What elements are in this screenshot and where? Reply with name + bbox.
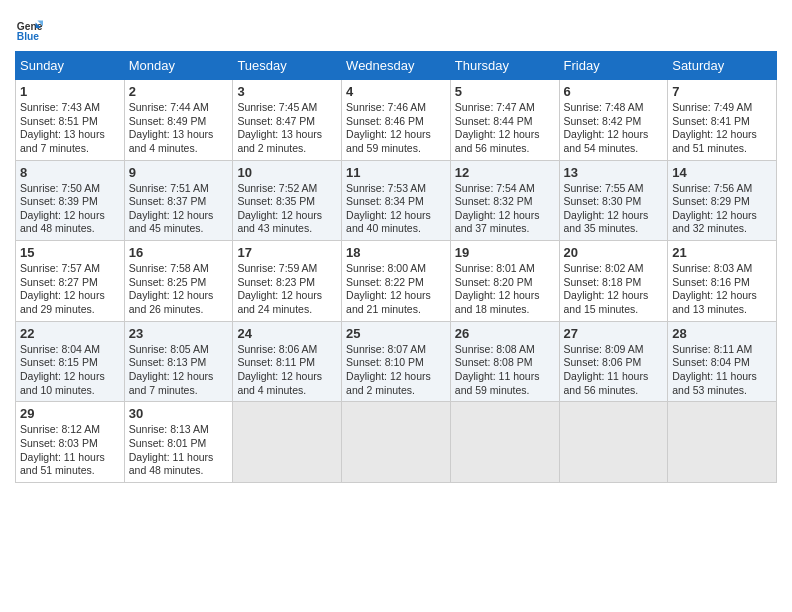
day-cell: 2 Sunrise: 7:44 AMSunset: 8:49 PMDayligh… xyxy=(124,80,233,161)
week-row-3: 15 Sunrise: 7:57 AMSunset: 8:27 PMDaylig… xyxy=(16,241,777,322)
day-cell: 21 Sunrise: 8:03 AMSunset: 8:16 PMDaylig… xyxy=(668,241,777,322)
day-details: Sunrise: 8:06 AMSunset: 8:11 PMDaylight:… xyxy=(237,343,322,396)
day-number: 22 xyxy=(20,326,120,341)
day-cell: 18 Sunrise: 8:00 AMSunset: 8:22 PMDaylig… xyxy=(342,241,451,322)
day-cell: 14 Sunrise: 7:56 AMSunset: 8:29 PMDaylig… xyxy=(668,160,777,241)
day-details: Sunrise: 7:50 AMSunset: 8:39 PMDaylight:… xyxy=(20,182,105,235)
day-number: 16 xyxy=(129,245,229,260)
week-row-4: 22 Sunrise: 8:04 AMSunset: 8:15 PMDaylig… xyxy=(16,321,777,402)
logo-icon: General Blue xyxy=(15,15,43,43)
header-row: SundayMondayTuesdayWednesdayThursdayFrid… xyxy=(16,52,777,80)
day-number: 23 xyxy=(129,326,229,341)
day-details: Sunrise: 7:46 AMSunset: 8:46 PMDaylight:… xyxy=(346,101,431,154)
day-cell: 27 Sunrise: 8:09 AMSunset: 8:06 PMDaylig… xyxy=(559,321,668,402)
day-number: 8 xyxy=(20,165,120,180)
week-row-2: 8 Sunrise: 7:50 AMSunset: 8:39 PMDayligh… xyxy=(16,160,777,241)
day-number: 1 xyxy=(20,84,120,99)
svg-text:Blue: Blue xyxy=(17,31,40,42)
day-details: Sunrise: 7:44 AMSunset: 8:49 PMDaylight:… xyxy=(129,101,214,154)
header-day-monday: Monday xyxy=(124,52,233,80)
day-details: Sunrise: 7:57 AMSunset: 8:27 PMDaylight:… xyxy=(20,262,105,315)
day-number: 28 xyxy=(672,326,772,341)
day-details: Sunrise: 8:00 AMSunset: 8:22 PMDaylight:… xyxy=(346,262,431,315)
header: General Blue xyxy=(15,15,777,43)
day-number: 2 xyxy=(129,84,229,99)
day-number: 11 xyxy=(346,165,446,180)
day-cell xyxy=(342,402,451,483)
day-details: Sunrise: 7:48 AMSunset: 8:42 PMDaylight:… xyxy=(564,101,649,154)
day-details: Sunrise: 8:13 AMSunset: 8:01 PMDaylight:… xyxy=(129,423,214,476)
day-number: 9 xyxy=(129,165,229,180)
day-cell: 1 Sunrise: 7:43 AMSunset: 8:51 PMDayligh… xyxy=(16,80,125,161)
calendar-body: 1 Sunrise: 7:43 AMSunset: 8:51 PMDayligh… xyxy=(16,80,777,483)
day-cell: 7 Sunrise: 7:49 AMSunset: 8:41 PMDayligh… xyxy=(668,80,777,161)
day-details: Sunrise: 7:58 AMSunset: 8:25 PMDaylight:… xyxy=(129,262,214,315)
day-number: 13 xyxy=(564,165,664,180)
day-details: Sunrise: 7:47 AMSunset: 8:44 PMDaylight:… xyxy=(455,101,540,154)
day-cell: 5 Sunrise: 7:47 AMSunset: 8:44 PMDayligh… xyxy=(450,80,559,161)
day-cell xyxy=(668,402,777,483)
header-day-tuesday: Tuesday xyxy=(233,52,342,80)
day-cell: 28 Sunrise: 8:11 AMSunset: 8:04 PMDaylig… xyxy=(668,321,777,402)
day-cell: 11 Sunrise: 7:53 AMSunset: 8:34 PMDaylig… xyxy=(342,160,451,241)
day-number: 27 xyxy=(564,326,664,341)
day-number: 25 xyxy=(346,326,446,341)
day-details: Sunrise: 8:07 AMSunset: 8:10 PMDaylight:… xyxy=(346,343,431,396)
day-number: 10 xyxy=(237,165,337,180)
header-day-friday: Friday xyxy=(559,52,668,80)
day-details: Sunrise: 7:56 AMSunset: 8:29 PMDaylight:… xyxy=(672,182,757,235)
day-number: 12 xyxy=(455,165,555,180)
day-number: 26 xyxy=(455,326,555,341)
day-details: Sunrise: 8:03 AMSunset: 8:16 PMDaylight:… xyxy=(672,262,757,315)
day-details: Sunrise: 8:11 AMSunset: 8:04 PMDaylight:… xyxy=(672,343,757,396)
day-details: Sunrise: 8:02 AMSunset: 8:18 PMDaylight:… xyxy=(564,262,649,315)
day-number: 29 xyxy=(20,406,120,421)
day-details: Sunrise: 8:09 AMSunset: 8:06 PMDaylight:… xyxy=(564,343,649,396)
day-cell: 20 Sunrise: 8:02 AMSunset: 8:18 PMDaylig… xyxy=(559,241,668,322)
day-details: Sunrise: 7:53 AMSunset: 8:34 PMDaylight:… xyxy=(346,182,431,235)
day-number: 19 xyxy=(455,245,555,260)
calendar-header: SundayMondayTuesdayWednesdayThursdayFrid… xyxy=(16,52,777,80)
day-cell: 24 Sunrise: 8:06 AMSunset: 8:11 PMDaylig… xyxy=(233,321,342,402)
day-cell: 30 Sunrise: 8:13 AMSunset: 8:01 PMDaylig… xyxy=(124,402,233,483)
day-number: 30 xyxy=(129,406,229,421)
week-row-1: 1 Sunrise: 7:43 AMSunset: 8:51 PMDayligh… xyxy=(16,80,777,161)
day-cell: 3 Sunrise: 7:45 AMSunset: 8:47 PMDayligh… xyxy=(233,80,342,161)
day-number: 24 xyxy=(237,326,337,341)
day-cell: 19 Sunrise: 8:01 AMSunset: 8:20 PMDaylig… xyxy=(450,241,559,322)
day-cell: 17 Sunrise: 7:59 AMSunset: 8:23 PMDaylig… xyxy=(233,241,342,322)
day-cell: 15 Sunrise: 7:57 AMSunset: 8:27 PMDaylig… xyxy=(16,241,125,322)
day-details: Sunrise: 7:54 AMSunset: 8:32 PMDaylight:… xyxy=(455,182,540,235)
logo: General Blue xyxy=(15,15,47,43)
day-cell: 12 Sunrise: 7:54 AMSunset: 8:32 PMDaylig… xyxy=(450,160,559,241)
day-cell: 8 Sunrise: 7:50 AMSunset: 8:39 PMDayligh… xyxy=(16,160,125,241)
day-cell: 6 Sunrise: 7:48 AMSunset: 8:42 PMDayligh… xyxy=(559,80,668,161)
day-details: Sunrise: 8:12 AMSunset: 8:03 PMDaylight:… xyxy=(20,423,105,476)
day-number: 18 xyxy=(346,245,446,260)
day-details: Sunrise: 7:49 AMSunset: 8:41 PMDaylight:… xyxy=(672,101,757,154)
header-day-saturday: Saturday xyxy=(668,52,777,80)
day-cell: 13 Sunrise: 7:55 AMSunset: 8:30 PMDaylig… xyxy=(559,160,668,241)
day-number: 17 xyxy=(237,245,337,260)
header-day-thursday: Thursday xyxy=(450,52,559,80)
header-day-sunday: Sunday xyxy=(16,52,125,80)
day-number: 4 xyxy=(346,84,446,99)
day-number: 7 xyxy=(672,84,772,99)
day-number: 6 xyxy=(564,84,664,99)
day-details: Sunrise: 8:05 AMSunset: 8:13 PMDaylight:… xyxy=(129,343,214,396)
day-details: Sunrise: 7:43 AMSunset: 8:51 PMDaylight:… xyxy=(20,101,105,154)
day-number: 3 xyxy=(237,84,337,99)
day-details: Sunrise: 7:51 AMSunset: 8:37 PMDaylight:… xyxy=(129,182,214,235)
day-cell: 29 Sunrise: 8:12 AMSunset: 8:03 PMDaylig… xyxy=(16,402,125,483)
day-number: 21 xyxy=(672,245,772,260)
day-cell: 9 Sunrise: 7:51 AMSunset: 8:37 PMDayligh… xyxy=(124,160,233,241)
calendar-table: SundayMondayTuesdayWednesdayThursdayFrid… xyxy=(15,51,777,483)
day-number: 15 xyxy=(20,245,120,260)
day-details: Sunrise: 7:55 AMSunset: 8:30 PMDaylight:… xyxy=(564,182,649,235)
day-details: Sunrise: 7:52 AMSunset: 8:35 PMDaylight:… xyxy=(237,182,322,235)
header-day-wednesday: Wednesday xyxy=(342,52,451,80)
day-cell: 23 Sunrise: 8:05 AMSunset: 8:13 PMDaylig… xyxy=(124,321,233,402)
day-cell xyxy=(450,402,559,483)
week-row-5: 29 Sunrise: 8:12 AMSunset: 8:03 PMDaylig… xyxy=(16,402,777,483)
day-details: Sunrise: 7:45 AMSunset: 8:47 PMDaylight:… xyxy=(237,101,322,154)
